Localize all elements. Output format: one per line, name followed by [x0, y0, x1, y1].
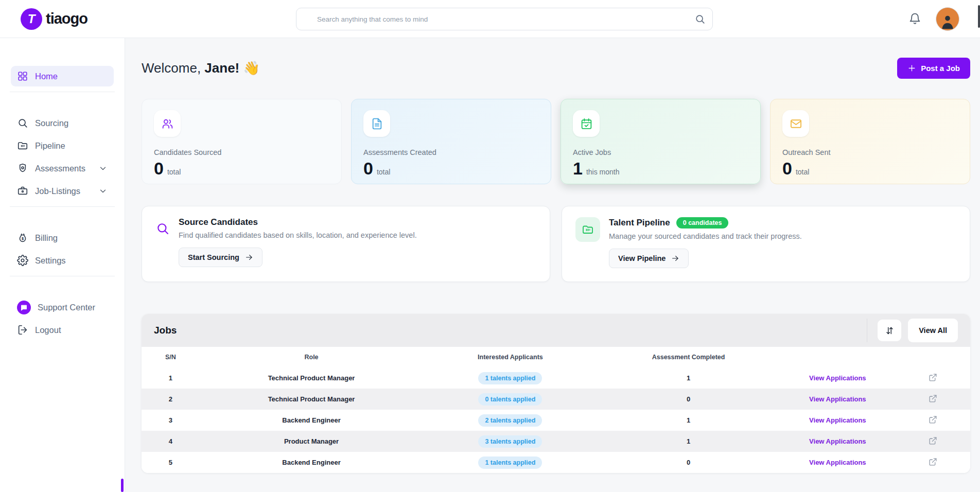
view-all-button[interactable]: View All	[908, 319, 958, 342]
start-sourcing-label: Start Sourcing	[188, 253, 239, 261]
sidebar-item-billing[interactable]: $ Billing	[11, 227, 114, 248]
external-link-icon[interactable]	[929, 436, 937, 445]
sidebar-item-label: Home	[35, 72, 58, 81]
source-candidates-content: Source Candidates Find qualified candida…	[179, 217, 417, 271]
cell-role: Technical Product Manager	[200, 374, 424, 382]
cell-sn: 5	[142, 459, 200, 466]
stat-card-value-row: 0 total	[782, 160, 958, 177]
view-applications-link[interactable]: View Applications	[809, 395, 866, 403]
jobs-section: Jobs View All S/NRoleInterested Applican…	[142, 314, 970, 473]
view-applications-link[interactable]: View Applications	[809, 374, 866, 382]
sidebar-scrollbar-thumb[interactable]	[121, 479, 124, 492]
sidebar-item-logout[interactable]: Logout	[11, 320, 114, 340]
cell-role: Backend Engineer	[200, 416, 424, 424]
stat-card-value: 0	[782, 160, 792, 177]
main-content: Welcome, Jane! 👋 Post a Job Candidates S…	[125, 38, 980, 492]
global-search	[296, 8, 713, 30]
search-icon	[155, 221, 170, 236]
page-scrollbar-thumb[interactable]	[978, 5, 980, 28]
external-link-icon[interactable]	[929, 373, 937, 382]
post-a-job-button[interactable]: Post a Job	[897, 58, 970, 79]
stat-card-active-jobs[interactable]: Active Jobs 1 this month	[561, 99, 761, 184]
view-applications-link[interactable]: View Applications	[809, 459, 866, 466]
topbar: T tiaogo	[0, 0, 980, 38]
external-link-icon[interactable]	[929, 415, 937, 424]
cell-external	[896, 373, 970, 383]
sidebar-item-pipeline[interactable]: Pipeline	[11, 135, 114, 156]
source-candidates-title: Source Candidates	[179, 217, 258, 227]
stat-card-value-row: 0 total	[363, 160, 539, 177]
cell-role: Technical Product Manager	[200, 395, 424, 403]
external-link-icon[interactable]	[929, 394, 937, 403]
table-row: 2 Technical Product Manager 0 talents ap…	[142, 389, 970, 410]
stat-card-value-row: 1 this month	[573, 160, 748, 177]
users-icon	[154, 110, 181, 137]
chevron-down-icon	[98, 186, 108, 196]
sidebar-item-job-listings[interactable]: Job-Listings	[11, 181, 114, 201]
applicants-badge: 1 talents applied	[478, 456, 542, 469]
sidebar-item-support-center[interactable]: Support Center	[11, 297, 114, 318]
source-candidates-description: Find qualified candidates based on skill…	[179, 231, 417, 239]
cell-action: View Applications	[780, 459, 896, 466]
stat-card-candidates-sourced[interactable]: Candidates Sourced 0 total	[142, 99, 342, 184]
applicants-badge: 3 talents applied	[478, 435, 542, 448]
sidebar-item-label: Job-Listings	[35, 186, 80, 196]
gear-icon	[17, 255, 28, 266]
svg-text:$: $	[22, 237, 24, 240]
table-row: 4 Product Manager 3 talents applied 1 Vi…	[142, 431, 970, 452]
start-sourcing-button[interactable]: Start Sourcing	[179, 248, 262, 267]
stats-row: Candidates Sourced 0 total Assessments C…	[142, 99, 970, 184]
talent-pipeline-content: Talent Pipeline 0 candidates Manage your…	[609, 217, 802, 271]
sidebar: Home Sourcing Pipeline Assessments Job-L…	[0, 38, 125, 492]
sort-button[interactable]	[878, 320, 901, 341]
briefcase-icon	[17, 185, 28, 197]
calendar-icon	[573, 110, 600, 137]
cell-action: View Applications	[780, 395, 896, 403]
sidebar-item-sourcing[interactable]: Sourcing	[11, 113, 114, 133]
notifications-bell-icon[interactable]	[908, 12, 921, 25]
cell-assessment-completed: 0	[597, 395, 779, 403]
search-input[interactable]	[296, 8, 713, 30]
sidebar-item-assessments[interactable]: Assessments	[11, 158, 114, 179]
cell-sn: 3	[142, 416, 200, 424]
view-pipeline-button[interactable]: View Pipeline	[609, 249, 689, 268]
page-title: Welcome, Jane! 👋	[142, 60, 260, 76]
column-header-role: Role	[200, 354, 424, 361]
search-icon	[17, 117, 28, 129]
sidebar-item-settings[interactable]: Settings	[11, 250, 114, 271]
sidebar-divider	[10, 276, 115, 276]
stat-card-outreach-sent[interactable]: Outreach Sent 0 total	[770, 99, 970, 184]
stat-card-label: Candidates Sourced	[154, 148, 329, 156]
cell-applicants: 1 talents applied	[423, 456, 597, 469]
cell-assessment-completed: 0	[597, 459, 779, 466]
talent-pipeline-description: Manage your sourced candidates and track…	[609, 232, 802, 240]
sidebar-item-home[interactable]: Home	[11, 66, 114, 86]
talent-pipeline-card: Talent Pipeline 0 candidates Manage your…	[562, 206, 970, 282]
cell-role: Product Manager	[200, 437, 424, 445]
stat-card-value-row: 0 total	[154, 160, 329, 177]
source-candidates-card: Source Candidates Find qualified candida…	[142, 206, 550, 282]
stat-card-value: 0	[154, 160, 164, 177]
welcome-prefix: Welcome,	[142, 60, 204, 76]
support-icon	[17, 301, 31, 314]
folder-icon	[575, 217, 600, 242]
moneybag-icon: $	[17, 232, 28, 243]
doc-icon	[363, 110, 390, 137]
cell-external	[896, 415, 970, 426]
cell-role: Backend Engineer	[200, 459, 424, 466]
external-link-icon[interactable]	[929, 458, 937, 466]
app-logo[interactable]: T tiaogo	[21, 8, 87, 30]
cell-assessment-completed: 1	[597, 416, 779, 424]
sidebar-item-label: Pipeline	[35, 141, 65, 151]
stat-card-value: 0	[363, 160, 373, 177]
stat-card-assessments-created[interactable]: Assessments Created 0 total	[351, 99, 551, 184]
cell-applicants: 1 talents applied	[423, 372, 597, 384]
sidebar-item-label: Sourcing	[35, 118, 68, 128]
stat-card-value: 1	[573, 160, 583, 177]
wave-emoji: 👋	[243, 60, 260, 76]
search-icon[interactable]	[694, 13, 706, 25]
cell-external	[896, 458, 970, 468]
view-applications-link[interactable]: View Applications	[809, 437, 866, 445]
user-avatar[interactable]	[936, 7, 959, 31]
view-applications-link[interactable]: View Applications	[809, 416, 866, 424]
